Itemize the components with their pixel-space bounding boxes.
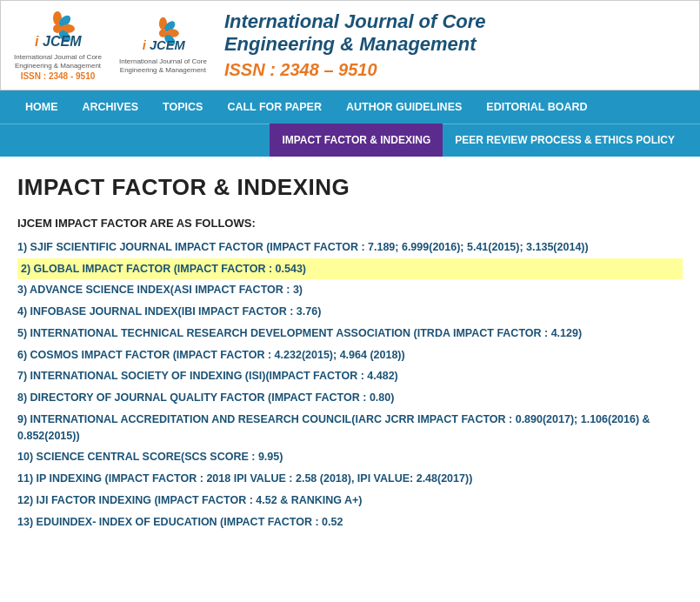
impact-intro: IJCEM IMPACT FACTOR ARE AS FOLLOWS: [17, 217, 683, 230]
impact-list-item: 6) COSMOS IMPACT FACTOR (IMPACT FACTOR :… [17, 344, 683, 366]
impact-list-item: 12) IJI FACTOR INDEXING (IMPACT FACTOR :… [17, 490, 683, 512]
svg-text:JCEM: JCEM [150, 37, 186, 51]
nav-archives[interactable]: ARCHIVES [70, 90, 151, 124]
svg-text:i: i [35, 34, 39, 49]
logo-left-text: International Journal of CoreEngineering… [14, 53, 102, 71]
main-content: IMPACT FACTOR & INDEXING IJCEM IMPACT FA… [0, 157, 700, 551]
logo-center-text: International Journal of CoreEngineering… [119, 57, 207, 76]
nav-peer-review[interactable]: PEER REVIEW PROCESS & ETHICS POLICY [443, 124, 687, 157]
nav-bar-1: HOME ARCHIVES TOPICS CALL FOR PAPER AUTH… [0, 90, 700, 124]
impact-list-item: 1) SJIF SCIENTIFIC JOURNAL IMPACT FACTOR… [17, 237, 683, 258]
header: i JCEM International Journal of CoreEngi… [0, 0, 700, 90]
impact-list-item: 7) INTERNATIONAL SOCIETY OF INDEXING (IS… [17, 365, 683, 387]
impact-list: 1) SJIF SCIENTIFIC JOURNAL IMPACT FACTOR… [17, 237, 683, 533]
impact-list-item: 4) INFOBASE JOURNAL INDEX(IBI IMPACT FAC… [17, 301, 683, 323]
nav-topics[interactable]: TOPICS [150, 90, 215, 124]
impact-list-item: 8) DIRECTORY OF JOURNAL QUALITY FACTOR (… [17, 387, 683, 409]
nav-editorial-board[interactable]: EDITORIAL BOARD [474, 90, 599, 124]
logo-flower-center: i JCEM [139, 16, 187, 57]
svg-point-11 [159, 29, 167, 37]
impact-list-item: 2) GLOBAL IMPACT FACTOR (IMPACT FACTOR :… [17, 258, 683, 280]
impact-list-item: 9) INTERNATIONAL ACCREDITATION AND RESEA… [17, 409, 683, 447]
journal-title-section: International Journal of Core Engineerin… [224, 10, 486, 80]
journal-title: International Journal of Core Engineerin… [224, 10, 486, 57]
logo-flower-left: i JCEM [31, 10, 83, 51]
impact-list-item: 5) INTERNATIONAL TECHNICAL RESEARCH DEVE… [17, 323, 683, 344]
nav-bar-2: IMPACT FACTOR & INDEXING PEER REVIEW PRO… [0, 124, 700, 157]
logo-left: i JCEM International Journal of CoreEngi… [14, 10, 102, 81]
impact-list-item: 10) SCIENCE CENTRAL SCORE(SCS SCORE : 9.… [17, 446, 683, 468]
nav-impact-factor[interactable]: IMPACT FACTOR & INDEXING [270, 124, 443, 157]
nav-home[interactable]: HOME [13, 90, 70, 124]
impact-list-item: 13) EDUINDEX- INDEX OF EDUCATION (IMPACT… [17, 512, 683, 533]
journal-issn: ISSN : 2348 – 9510 [224, 60, 486, 80]
logo-left-issn: ISSN : 2348 - 9510 [21, 71, 96, 81]
svg-text:i: i [143, 37, 147, 51]
nav-call-for-paper[interactable]: CALL FOR PAPER [215, 90, 334, 124]
svg-point-4 [53, 24, 62, 33]
page-title: IMPACT FACTOR & INDEXING [17, 174, 683, 201]
svg-text:JCEM: JCEM [43, 34, 82, 49]
logo-right-section: i JCEM International Journal of CoreEngi… [119, 10, 486, 80]
logo-center: i JCEM International Journal of CoreEngi… [119, 16, 207, 76]
impact-list-item: 3) ADVANCE SCIENCE INDEX(ASI IMPACT FACT… [17, 279, 683, 301]
impact-list-item: 11) IP INDEXING (IMPACT FACTOR : 2018 IP… [17, 468, 683, 490]
nav-author-guidelines[interactable]: AUTHOR GUIDELINES [334, 90, 474, 124]
